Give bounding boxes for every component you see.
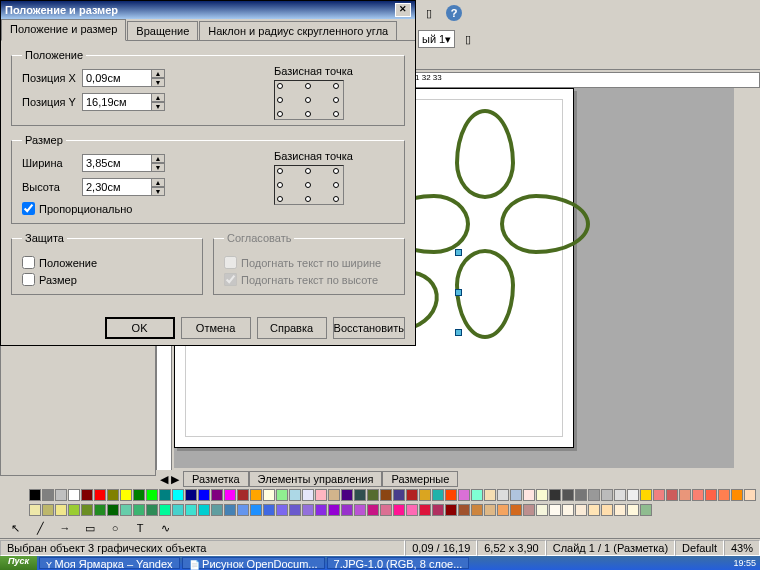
color-swatch[interactable] [380,504,392,516]
tab-dimensions[interactable]: Размерные [382,471,458,487]
spinner-up[interactable]: ▲ [151,154,165,163]
color-swatch[interactable] [471,504,483,516]
color-swatch[interactable] [510,489,522,501]
color-swatch[interactable] [172,489,184,501]
color-swatch[interactable] [237,504,249,516]
color-swatch[interactable] [328,504,340,516]
color-swatch[interactable] [367,504,379,516]
color-swatch[interactable] [289,504,301,516]
curve-tool[interactable]: ∿ [154,517,176,539]
color-swatch[interactable] [445,489,457,501]
color-swatch[interactable] [640,489,652,501]
color-swatch[interactable] [705,489,717,501]
color-swatch[interactable] [198,504,210,516]
color-swatch[interactable] [432,504,444,516]
color-swatch[interactable] [211,504,223,516]
color-swatch[interactable] [289,489,301,501]
spinner-up[interactable]: ▲ [151,69,165,78]
color-swatch[interactable] [419,489,431,501]
color-swatch[interactable] [562,504,574,516]
color-swatch[interactable] [406,504,418,516]
color-swatch[interactable] [133,504,145,516]
proportional-checkbox[interactable] [22,202,35,215]
color-swatch[interactable] [653,489,665,501]
ok-button[interactable]: OK [105,317,175,339]
color-swatch[interactable] [341,489,353,501]
color-swatch[interactable] [575,489,587,501]
color-swatch[interactable] [276,504,288,516]
spinner-up[interactable]: ▲ [151,93,165,102]
color-swatch[interactable] [393,504,405,516]
protect-position-checkbox[interactable] [22,256,35,269]
reset-button[interactable]: Восстановить [333,317,405,339]
color-swatch[interactable] [458,489,470,501]
spinner-down[interactable]: ▼ [151,78,165,87]
toolbar-btn[interactable]: ▯ [418,2,440,24]
color-swatch[interactable] [146,504,158,516]
basepoint-selector[interactable] [274,80,344,120]
spinner-down[interactable]: ▼ [151,102,165,111]
pos-y-input[interactable] [82,93,152,111]
tab-rotation[interactable]: Вращение [127,21,198,40]
color-swatch[interactable] [744,489,756,501]
color-swatch[interactable] [458,504,470,516]
help-button[interactable]: ? [443,2,465,24]
color-swatch[interactable] [445,504,457,516]
color-swatch[interactable] [237,489,249,501]
color-swatch[interactable] [224,504,236,516]
rect-tool[interactable]: ▭ [79,517,101,539]
color-swatch[interactable] [328,489,340,501]
color-swatch[interactable] [354,489,366,501]
color-swatch[interactable] [354,504,366,516]
taskbar-item[interactable]: 📄 Рисунок OpenDocum... [182,557,325,569]
tab-slant[interactable]: Наклон и радиус скругленного угла [199,21,397,40]
color-swatch[interactable] [497,504,509,516]
start-button[interactable]: Пуск [0,556,37,570]
color-swatch[interactable] [159,489,171,501]
basepoint-selector[interactable] [274,165,344,205]
color-swatch[interactable] [601,489,613,501]
protect-size-checkbox[interactable] [22,273,35,286]
color-swatch[interactable] [536,504,548,516]
color-swatch[interactable] [68,504,80,516]
color-swatch[interactable] [94,489,106,501]
spinner-up[interactable]: ▲ [151,178,165,187]
color-swatch[interactable] [614,489,626,501]
color-swatch[interactable] [666,489,678,501]
color-swatch[interactable] [562,489,574,501]
color-swatch[interactable] [224,489,236,501]
color-swatch[interactable] [185,504,197,516]
color-swatch[interactable] [718,489,730,501]
tab-controls[interactable]: Элементы управления [249,471,383,487]
color-swatch[interactable] [55,504,67,516]
color-swatch[interactable] [367,489,379,501]
color-swatch[interactable] [315,504,327,516]
color-swatch[interactable] [263,489,275,501]
color-swatch[interactable] [588,489,600,501]
color-swatch[interactable] [575,504,587,516]
color-swatch[interactable] [55,489,67,501]
text-tool[interactable]: T [129,517,151,539]
color-swatch[interactable] [497,489,509,501]
taskbar-item[interactable]: Y Моя Ярмарка – Yandex [39,557,180,569]
ellipse-tool[interactable]: ○ [104,517,126,539]
color-swatch[interactable] [432,489,444,501]
color-swatch[interactable] [146,489,158,501]
color-swatch[interactable] [614,504,626,516]
height-input[interactable] [82,178,152,196]
close-icon[interactable]: ✕ [395,3,411,17]
width-input[interactable] [82,154,152,172]
color-swatch[interactable] [341,504,353,516]
color-swatch[interactable] [94,504,106,516]
color-swatch[interactable] [211,489,223,501]
color-swatch[interactable] [29,489,41,501]
color-swatch[interactable] [406,489,418,501]
color-swatch[interactable] [263,504,275,516]
spinner-down[interactable]: ▼ [151,187,165,196]
taskbar-item[interactable]: 7.JPG-1.0 (RGB, 8 слое... [327,557,470,569]
color-swatch[interactable] [81,504,93,516]
color-swatch[interactable] [107,489,119,501]
color-swatch[interactable] [185,489,197,501]
color-swatch[interactable] [302,489,314,501]
color-swatch[interactable] [601,504,613,516]
